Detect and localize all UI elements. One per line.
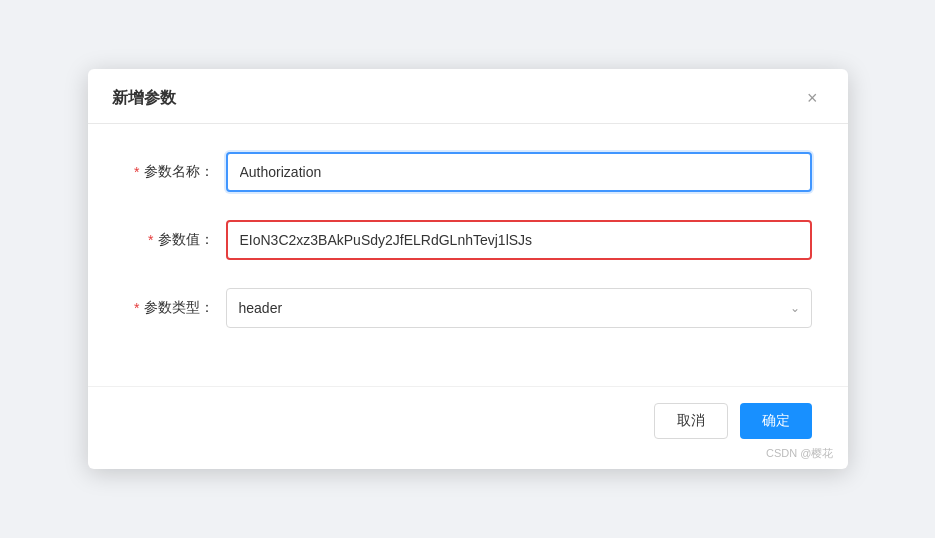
type-select-wrapper: header query body cookie ⌄ [226, 288, 812, 328]
type-required-star: * [134, 300, 139, 316]
close-button[interactable]: × [801, 87, 824, 109]
cancel-button[interactable]: 取消 [654, 403, 728, 439]
type-select[interactable]: header query body cookie [226, 288, 812, 328]
name-input[interactable] [226, 152, 812, 192]
name-label: * 参数名称： [124, 163, 214, 181]
name-required-star: * [134, 164, 139, 180]
form-row-value: * 参数值： [124, 220, 812, 260]
form-row-name: * 参数名称： [124, 152, 812, 192]
name-label-text: 参数名称 [144, 163, 200, 181]
dialog-footer: 取消 确定 [88, 386, 848, 463]
watermark-text: CSDN @樱花 [766, 446, 833, 461]
value-label: * 参数值： [124, 231, 214, 249]
value-input[interactable] [226, 220, 812, 260]
dialog-body: * 参数名称： * 参数值： * 参数类型： header query [88, 124, 848, 376]
dialog-title: 新增参数 [112, 88, 176, 109]
dialog-header: 新增参数 × [88, 69, 848, 124]
confirm-button[interactable]: 确定 [740, 403, 812, 439]
dialog: 新增参数 × * 参数名称： * 参数值： * 参数类型： [88, 69, 848, 469]
type-label-text: 参数类型 [144, 299, 200, 317]
type-label: * 参数类型： [124, 299, 214, 317]
value-required-star: * [148, 232, 153, 248]
value-label-text: 参数值 [158, 231, 200, 249]
form-row-type: * 参数类型： header query body cookie ⌄ [124, 288, 812, 328]
